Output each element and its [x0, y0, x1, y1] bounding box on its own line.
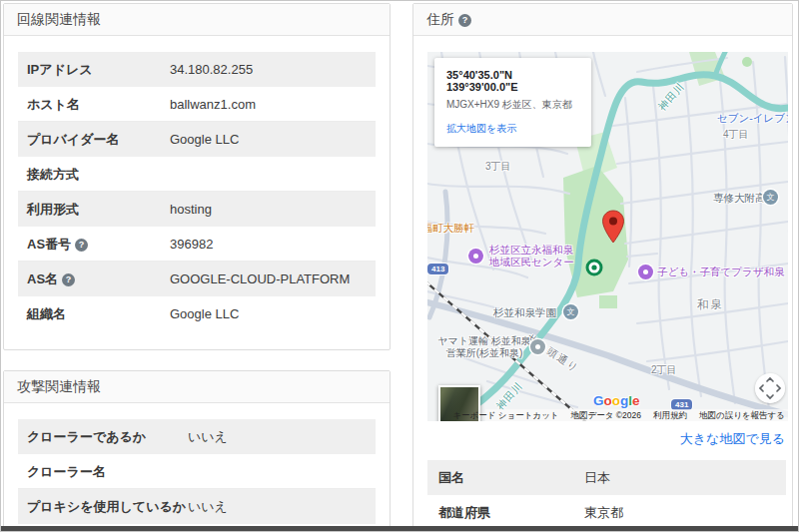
- row-value: [188, 454, 376, 488]
- google-logo[interactable]: Google: [593, 393, 640, 408]
- help-icon[interactable]: ?: [458, 14, 471, 27]
- row-label: プロキシを使用しているか: [18, 489, 188, 524]
- park-marker[interactable]: [585, 259, 603, 276]
- map-info-window: 35°40'35.0"N 139°39'00.0"E MJGX+HX9 杉並区、…: [434, 58, 591, 147]
- row-value: Google LLC: [170, 296, 376, 331]
- poi-label-kodomo-plaza[interactable]: 子ども・子育てプラザ和泉: [657, 266, 784, 279]
- row-label: ホスト名: [18, 87, 170, 121]
- expand-map-link[interactable]: 拡大地図を表示: [446, 122, 579, 136]
- table-row: 都道府県 東京都: [427, 495, 786, 530]
- row-value: 34.180.82.255: [170, 52, 376, 87]
- row-label: 都道府県: [427, 495, 584, 529]
- row-label: 国名: [427, 460, 584, 495]
- help-icon[interactable]: ?: [75, 239, 88, 252]
- plus-code-text: MJGX+HX9 杉並区、東京都: [446, 98, 579, 112]
- view-larger-map-link[interactable]: 大きな地図で見る: [427, 430, 786, 448]
- poi-label-seven-eleven[interactable]: セブン-イレブン: [717, 112, 788, 126]
- civic-poi-icon[interactable]: [638, 265, 653, 279]
- address-card-title: 住所?: [413, 4, 792, 36]
- page-bottom-edge: [1, 526, 799, 531]
- pan-control-button[interactable]: [755, 373, 785, 403]
- help-icon[interactable]: ?: [62, 273, 75, 286]
- map-pin-marker[interactable]: [601, 210, 625, 244]
- poi-label-taishoken[interactable]: 永福町大勝軒: [427, 222, 474, 236]
- table-row: IPアドレス 34.180.82.255: [18, 52, 376, 87]
- row-label: 接続方式: [18, 157, 170, 191]
- ip-info-page: 回線関連情報 IPアドレス 34.180.82.255 ホスト名 ballwan…: [0, 0, 799, 532]
- row-value: 日本: [584, 460, 786, 495]
- attack-info-card-title: 攻撃関連情報: [4, 371, 390, 403]
- keyboard-shortcuts-link[interactable]: キーボード ショートカット: [452, 409, 558, 421]
- line-info-card: 回線関連情報 IPアドレス 34.180.82.255 ホスト名 ballwan…: [3, 3, 391, 350]
- row-label: クローラー名: [18, 454, 188, 488]
- row-label: AS名?: [18, 262, 170, 296]
- attack-info-card: 攻撃関連情報 クローラーであるか いいえ クローラー名 プロキシを使用しているか…: [3, 370, 391, 532]
- row-label: クローラーであるか: [18, 419, 188, 454]
- table-row: プロバイダー名 Google LLC: [18, 122, 376, 157]
- table-row: プロキシを使用しているか いいえ: [18, 489, 376, 524]
- google-map[interactable]: 神田川 神田川 3丁目 4丁目 2丁目 和泉 井の頭通り セブン-イレブン 永福…: [427, 52, 788, 421]
- table-row: クローラー名: [18, 454, 376, 489]
- table-row: 利用形式 hosting: [18, 192, 376, 227]
- row-label: プロバイダー名: [18, 122, 170, 157]
- row-value: いいえ: [188, 489, 376, 524]
- district-label: 和泉: [697, 297, 724, 312]
- row-value: ballwanz1.com: [170, 87, 376, 121]
- table-row: AS名? GOOGLE-CLOUD-PLATFORM: [18, 262, 376, 296]
- row-value: 396982: [170, 227, 376, 261]
- table-row: ホスト名 ballwanz1.com: [18, 87, 376, 122]
- table-row: 組織名 Google LLC: [18, 296, 376, 331]
- district-label: 2丁目: [651, 363, 677, 377]
- row-label: 組織名: [18, 296, 170, 331]
- row-value: 東京都: [584, 495, 786, 529]
- poi-label-senshu-high[interactable]: 専修大附高: [713, 192, 766, 206]
- table-row: AS番号? 396982: [18, 227, 376, 262]
- row-label: 利用形式: [18, 192, 170, 227]
- row-value: Google LLC: [170, 122, 376, 157]
- district-label: 4丁目: [723, 128, 749, 142]
- poi-label-izumi-gakuen[interactable]: 杉並和泉学園: [493, 306, 556, 320]
- coordinates-text: 35°40'35.0"N 139°39'00.0"E: [446, 69, 579, 93]
- civic-poi-icon[interactable]: [468, 249, 483, 264]
- row-value: いいえ: [188, 419, 376, 454]
- row-value: hosting: [170, 192, 376, 227]
- table-row: 国名 日本: [427, 460, 786, 495]
- report-error-link[interactable]: 地図の誤りを報告する: [699, 409, 785, 421]
- district-label: 3丁目: [485, 160, 511, 174]
- route-badge: 413: [427, 264, 448, 274]
- address-card: 住所?: [412, 3, 793, 532]
- row-label: AS番号?: [18, 227, 170, 261]
- school-icon[interactable]: 文: [563, 304, 578, 319]
- poi-label-yamato[interactable]: ヤマト運輸 杉並和泉営業所(杉並和泉): [432, 335, 536, 359]
- poi-label-community-center[interactable]: 杉並区立永福和泉地域区民センター: [489, 244, 574, 267]
- line-info-card-title: 回線関連情報: [4, 4, 390, 36]
- row-label: IPアドレス: [18, 52, 170, 87]
- row-value: GOOGLE-CLOUD-PLATFORM: [170, 262, 376, 296]
- map-attribution: キーボード ショートカット 地図データ ©2026 利用規約 地図の誤りを報告す…: [485, 409, 788, 421]
- terms-link[interactable]: 利用規約: [653, 409, 687, 421]
- table-row: クローラーであるか いいえ: [18, 419, 376, 454]
- map-data-text: 地図データ ©2026: [571, 409, 641, 421]
- row-value: [170, 157, 376, 191]
- school-icon[interactable]: 文: [763, 190, 778, 205]
- table-row: 接続方式: [18, 157, 376, 192]
- business-poi-icon[interactable]: [530, 339, 545, 354]
- expand-arrows-icon: [755, 373, 785, 403]
